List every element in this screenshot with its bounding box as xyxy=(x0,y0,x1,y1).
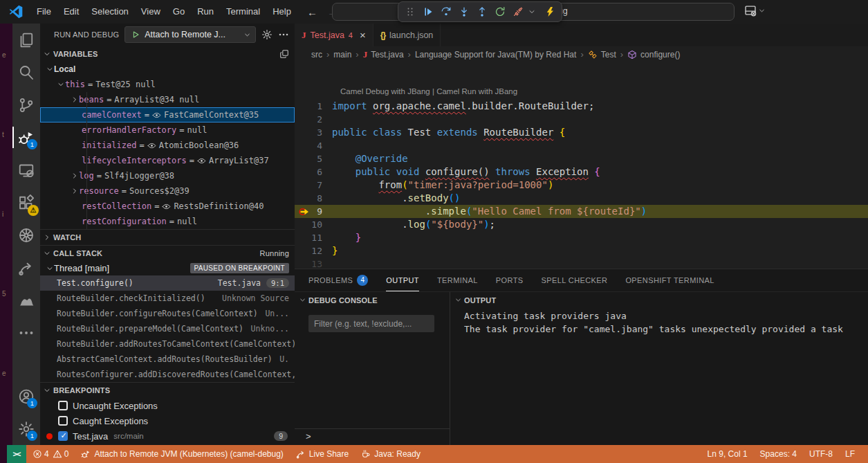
stack-frame-row[interactable]: RouteBuilder.prepareModel(CamelContext)U… xyxy=(40,321,295,336)
chevron-down-icon[interactable] xyxy=(758,7,766,15)
chevron-right-icon[interactable] xyxy=(71,172,79,180)
debug-console-header[interactable]: DEBUG CONSOLE xyxy=(295,292,450,308)
debug-step-over-button[interactable] xyxy=(437,3,455,21)
variable-row-this[interactable]: this=Test@25 null xyxy=(40,77,295,92)
activity-item-source-control[interactable] xyxy=(12,89,40,121)
section-header-call-stack[interactable]: CALL STACKRunning xyxy=(40,245,295,261)
variable-row-restCollection[interactable]: restCollection=RestsDefinition@40 xyxy=(40,199,295,214)
stack-frame-row[interactable]: RouteBuilder.addRoutesToCamelContext(Cam… xyxy=(40,336,295,352)
panel-tab-spell-checker[interactable]: SPELL CHECKER xyxy=(542,269,608,291)
console-prompt[interactable]: > xyxy=(295,428,450,444)
statusbar-cursor-position[interactable]: Ln 9, Col 1 xyxy=(701,445,754,463)
menu-item-view[interactable]: View xyxy=(135,3,167,20)
menu-item-terminal[interactable]: Terminal xyxy=(220,3,266,20)
activity-item-extensions[interactable]: ⚠ xyxy=(12,186,40,219)
variable-row-log[interactable]: log=Slf4jLogger@38 xyxy=(40,168,295,183)
breakpoint-row[interactable]: Caught Exceptions xyxy=(40,413,295,428)
statusbar-encoding[interactable]: UTF-8 xyxy=(803,445,839,463)
panel-tab-output[interactable]: OUTPUT xyxy=(386,269,419,291)
lazy-eye-icon[interactable] xyxy=(147,141,156,150)
output-header[interactable]: OUTPUT xyxy=(450,292,868,308)
tab-launch-json[interactable]: {}launch.json xyxy=(373,24,441,46)
breakpoint-checkbox[interactable] xyxy=(58,401,68,410)
menu-item-file[interactable]: File xyxy=(30,3,57,20)
debug-restart-button[interactable] xyxy=(491,3,509,21)
variable-row-camelContext[interactable]: camelContext=FastCamelContext@35 xyxy=(40,107,295,122)
menu-item-go[interactable]: Go xyxy=(167,3,191,20)
panel-layout-icon[interactable] xyxy=(744,4,757,17)
stack-frame-row[interactable]: RoutesConfigurer.addDiscoveredRoutes(Cam… xyxy=(40,367,295,382)
variable-row-beans[interactable]: beans=ArrayList@34 null xyxy=(40,92,295,107)
activity-item-kubernetes[interactable] xyxy=(12,219,40,251)
statusbar-java-status[interactable]: Java: Ready xyxy=(355,445,427,463)
layout-controls[interactable] xyxy=(744,4,766,17)
stack-frame-row[interactable]: RouteBuilder.checkInitialized()Unknown S… xyxy=(40,291,295,306)
menu-item-run[interactable]: Run xyxy=(191,3,220,20)
panel-tab-openshift-terminal[interactable]: OPENSHIFT TERMINAL xyxy=(625,269,714,291)
breadcrumb-item[interactable]: Test xyxy=(588,50,616,60)
section-header-variables[interactable]: VARIABLES xyxy=(40,46,295,62)
activity-item-camel[interactable] xyxy=(12,284,40,316)
debug-step-into-button[interactable] xyxy=(455,3,473,21)
menu-item-selection[interactable]: Selection xyxy=(85,3,134,20)
variable-row-Local[interactable]: Local xyxy=(40,62,295,77)
variable-row-lifecycleInterceptors[interactable]: lifecycleInterceptors=ArrayList@37 xyxy=(40,153,295,168)
menu-item-help[interactable]: Help xyxy=(266,3,297,20)
statusbar-eol[interactable]: LF xyxy=(839,445,861,463)
debug-continue-button[interactable] xyxy=(419,3,437,21)
breakpoint-row[interactable]: Uncaught Exceptions xyxy=(40,398,295,413)
activity-item-remote-explorer[interactable] xyxy=(12,154,40,186)
lazy-eye-icon[interactable] xyxy=(152,111,161,120)
variable-row-initialized[interactable]: initialized=AtomicBoolean@36 xyxy=(40,138,295,153)
debug-step-out-button[interactable] xyxy=(473,3,491,21)
breadcrumb-item[interactable]: configure() xyxy=(627,50,680,60)
variable-row-restConfiguration[interactable]: restConfiguration=null xyxy=(40,214,295,229)
close-icon[interactable]: × xyxy=(360,29,366,41)
chevron-down-icon[interactable] xyxy=(57,80,65,89)
statusbar-debug-session[interactable]: Attach to Remote JVM (Kubernetes) (camel… xyxy=(75,445,289,463)
statusbar-live-share[interactable]: Live Share xyxy=(290,445,355,463)
lazy-eye-icon[interactable] xyxy=(197,156,206,165)
activity-item-settings[interactable]: 1 xyxy=(12,412,40,445)
panel-tab-problems[interactable]: PROBLEMS4 xyxy=(308,269,368,291)
back-arrow-icon[interactable]: ← xyxy=(307,6,317,18)
chevron-right-icon[interactable] xyxy=(71,187,79,195)
more-actions-icon[interactable] xyxy=(278,29,289,40)
chevron-down-icon[interactable] xyxy=(46,264,54,273)
code-area[interactable]: 1import org.apache.camel.builder.RouteBu… xyxy=(295,100,868,271)
thread-row[interactable]: Thread [main]PAUSED ON BREAKPOINT xyxy=(40,261,295,275)
lazy-eye-icon[interactable] xyxy=(162,202,171,211)
statusbar-indentation[interactable]: Spaces: 4 xyxy=(754,445,803,463)
stack-frame-row[interactable]: Test.configure()Test.java9:1 xyxy=(40,275,295,291)
breakpoint-checkbox[interactable] xyxy=(58,431,68,441)
breadcrumb-item[interactable]: JTest.java xyxy=(363,49,404,60)
section-header-breakpoints[interactable]: BREAKPOINTS xyxy=(40,382,295,398)
codelens-links[interactable]: Camel Debug with JBang | Camel Run with … xyxy=(340,87,517,96)
panel-tab-terminal[interactable]: TERMINAL xyxy=(437,269,478,291)
activity-item-more[interactable] xyxy=(12,316,40,349)
variable-row-resource[interactable]: resource=Sources$2@39 xyxy=(40,183,295,199)
copy-icon[interactable] xyxy=(279,49,289,59)
breadcrumb-item[interactable]: main xyxy=(333,50,351,60)
breadcrumb-item[interactable]: Language Support for Java(TM) by Red Hat xyxy=(415,50,576,60)
activity-item-live-share[interactable] xyxy=(12,251,40,284)
menu-item-edit[interactable]: Edit xyxy=(57,3,85,20)
remote-indicator[interactable]: >< xyxy=(7,445,26,463)
tab-test-java[interactable]: JTest.java4× xyxy=(295,24,373,46)
breakpoint-row[interactable]: Test.javasrc/main9 xyxy=(40,428,295,444)
gear-icon[interactable] xyxy=(261,29,273,40)
breakpoint-checkbox[interactable] xyxy=(58,416,68,426)
debug-config-dropdown[interactable]: Attach to Remote J... xyxy=(124,26,256,43)
stack-frame-row[interactable]: RouteBuilder.configureRoutes(CamelContex… xyxy=(40,306,295,321)
debug-chevron-down-button[interactable] xyxy=(527,3,537,21)
activity-item-accounts[interactable]: 1 xyxy=(12,380,40,412)
chevron-down-icon[interactable] xyxy=(46,65,54,73)
variable-row-errorHandlerFactory[interactable]: errorHandlerFactory=null xyxy=(40,122,295,138)
breakpoint-paused-icon[interactable] xyxy=(299,206,310,217)
chevron-down-icon[interactable] xyxy=(243,31,251,39)
console-filter-input[interactable] xyxy=(308,315,434,332)
chevron-right-icon[interactable] xyxy=(71,96,79,104)
start-debug-icon[interactable] xyxy=(131,30,140,39)
breadcrumb-item[interactable]: src xyxy=(311,50,322,60)
section-header-watch[interactable]: WATCH xyxy=(40,229,295,245)
